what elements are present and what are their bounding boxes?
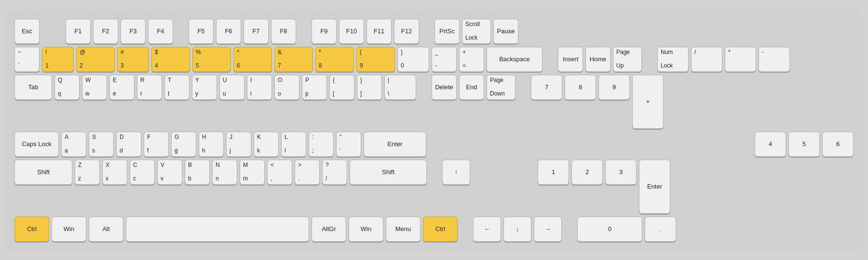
key-arrow-right[interactable]: → [534,217,562,242]
key-u[interactable]: U u [219,75,244,100]
key-altgr[interactable]: AltGr [312,217,346,242]
key-b[interactable]: B b [185,160,210,185]
key-w[interactable]: W w [82,75,107,100]
key-num-plus[interactable]: + [632,75,664,129]
key-pause[interactable]: Pause [493,19,518,44]
key-enter[interactable]: Enter [364,132,426,157]
key-f11[interactable]: F11 [366,19,392,44]
key-9[interactable]: ( 9 [356,47,395,72]
key-c[interactable]: C c [130,160,155,185]
key-r[interactable]: R r [137,75,162,100]
key-f2[interactable]: F2 [93,19,118,44]
key-n[interactable]: N n [212,160,237,185]
key-rbracket[interactable]: } ] [357,75,382,100]
key-delete[interactable]: Delete [432,75,457,100]
key-z[interactable]: Z z [75,160,100,185]
key-f5[interactable]: F5 [189,19,214,44]
key-num-5[interactable]: 5 [788,132,820,157]
key-num-8[interactable]: 8 [565,75,596,100]
key-end[interactable]: End [459,75,484,100]
key-x[interactable]: X x [102,160,127,185]
key-ctrl-left[interactable]: Ctrl [14,217,49,242]
key-minus[interactable]: _ - [432,47,457,72]
key-j[interactable]: J j [226,132,251,157]
key-d[interactable]: D d [116,132,141,157]
key-f1[interactable]: F1 [66,19,91,44]
key-scrolllock[interactable]: Scroll Lock [462,19,491,44]
key-num-slash[interactable]: / [691,47,722,72]
key-num-3[interactable]: 3 [605,160,637,185]
key-t[interactable]: T t [164,75,190,100]
key-num-dot[interactable]: . [645,217,676,242]
key-slash[interactable]: ? / [322,160,347,185]
key-arrow-down[interactable]: ↓ [503,217,531,242]
key-ctrl-right[interactable]: Ctrl [423,217,458,242]
key-3[interactable]: # 3 [117,47,149,72]
key-l[interactable]: L l [281,132,306,157]
key-q[interactable]: Q q [54,75,80,100]
key-menu[interactable]: Menu [386,217,420,242]
key-tab[interactable]: Tab [14,75,52,100]
key-f12[interactable]: F12 [394,19,419,44]
key-v[interactable]: V v [157,160,182,185]
key-num-minus[interactable]: - [759,47,790,72]
key-h[interactable]: H h [199,132,224,157]
key-num-4[interactable]: 4 [755,132,786,157]
key-backtick[interactable]: ~ ` [14,47,40,72]
key-num-asterisk[interactable]: * [725,47,756,72]
key-semicolon[interactable]: : ; [309,132,334,157]
key-win-right[interactable]: Win [349,217,383,242]
key-f4[interactable]: F4 [148,19,173,44]
key-f10[interactable]: F10 [339,19,364,44]
key-f3[interactable]: F3 [121,19,146,44]
key-capslock[interactable]: Caps Lock [14,132,59,157]
key-pageup[interactable]: Page Up [613,47,642,72]
key-i[interactable]: I i [247,75,272,100]
key-5[interactable]: % 5 [192,47,231,72]
key-equals[interactable]: + = [459,47,484,72]
key-num-enter[interactable]: Enter [639,160,670,214]
key-1[interactable]: ! 1 [42,47,74,72]
key-y[interactable]: Y y [192,75,217,100]
key-8[interactable]: * 8 [315,47,354,72]
key-p[interactable]: P p [302,75,327,100]
key-insert[interactable]: Insert [558,47,583,72]
key-num-0[interactable]: 0 [577,217,642,242]
key-lbracket[interactable]: { [ [329,75,354,100]
key-4[interactable]: $ 4 [151,47,190,72]
key-arrow-up[interactable]: ↑ [442,160,470,185]
key-home[interactable]: Home [585,47,610,72]
key-space[interactable] [126,217,309,242]
key-f8[interactable]: F8 [271,19,296,44]
key-comma[interactable]: < , [267,160,292,185]
key-e[interactable]: E e [109,75,135,100]
key-backslash[interactable]: | \ [384,75,416,100]
key-num-6[interactable]: 6 [822,132,854,157]
key-prtsc[interactable]: PrtSc [434,19,460,44]
key-pagedown[interactable]: Page Down [487,75,515,100]
key-alt-left[interactable]: Alt [89,217,123,242]
key-num-9[interactable]: 9 [598,75,630,100]
key-win-left[interactable]: Win [52,217,86,242]
key-num-2[interactable]: 2 [571,160,603,185]
key-f6[interactable]: F6 [216,19,241,44]
key-f9[interactable]: F9 [312,19,337,44]
key-f[interactable]: F f [144,132,169,157]
key-backspace[interactable]: Backspace [487,47,542,72]
key-period[interactable]: > . [295,160,320,185]
key-f7[interactable]: F7 [244,19,269,44]
key-numlock[interactable]: Num Lock [657,47,689,72]
key-2[interactable]: @ 2 [76,47,115,72]
key-num-7[interactable]: 7 [531,75,562,100]
key-shift-right[interactable]: Shift [350,160,427,185]
key-num-1[interactable]: 1 [538,160,569,185]
key-shift-left[interactable]: Shift [14,160,72,185]
key-0[interactable]: ) 0 [397,47,429,72]
key-arrow-left[interactable]: ← [473,217,501,242]
key-s[interactable]: S s [89,132,114,157]
key-m[interactable]: M m [240,160,265,185]
key-quote[interactable]: " ' [336,132,361,157]
key-a[interactable]: A a [61,132,86,157]
key-o[interactable]: O o [274,75,299,100]
key-6[interactable]: ^ 6 [233,47,272,72]
